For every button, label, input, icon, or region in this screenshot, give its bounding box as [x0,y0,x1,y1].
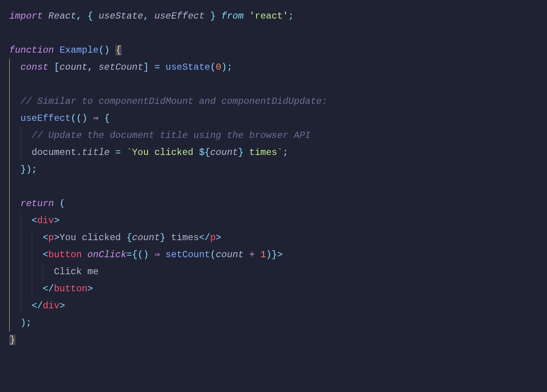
jsx-tag-div: div [37,215,54,226]
code-line: const [count, setCount] = useState(0); [9,62,232,72]
ident-document: document [32,147,76,158]
keyword-function: function [9,45,54,55]
ident-title: title [82,147,110,158]
keyword-return: return [21,198,54,209]
template-string: You clicked [132,147,199,158]
brace-highlight-open: { [115,45,122,55]
jsx-text: Click me [54,266,98,277]
keyword-from: from [221,11,244,21]
code-line: import React, { useState, useEffect } fr… [9,11,294,21]
code-editor[interactable]: import React, { useState, useEffect } fr… [0,0,547,356]
ident-useeffect: useEffect [155,11,205,21]
code-line: // Similar to componentDidMount and comp… [9,96,327,107]
keyword-const: const [21,62,48,72]
ident-react: React [48,11,76,21]
code-line: <button onClick={() ⇒ setCount(count + 1… [9,249,283,260]
jsx-tag-button: button [48,249,82,260]
comment: // Update the document title using the b… [32,130,311,141]
code-line: useEffect(() ⇒ { [9,113,110,124]
function-name: Example [60,45,99,55]
call-setcount: setCount [165,249,210,260]
keyword-import: import [9,11,43,21]
comment: // Similar to componentDidMount and comp… [21,96,327,107]
arrow-op: ⇒ [93,113,98,124]
ident-count: count [216,249,244,260]
code-line: <p>You clicked {count} times</p> [9,232,221,243]
ident-usestate: useState [98,11,143,21]
code-line: ); [9,318,32,328]
brace-highlight-close: } [9,335,15,345]
string-react: 'react' [249,11,288,21]
jsx-attr-onclick: onClick [88,249,127,260]
ident-count: count [60,62,88,72]
code-line: Click me [9,266,98,277]
code-line: function Example() { [9,45,122,55]
code-line: <div> [9,215,60,226]
code-line: // Update the document title using the b… [9,130,311,141]
code-line: } [9,335,15,345]
number-one: 1 [260,249,266,260]
ident-count: count [132,232,160,243]
code-line: </button> [9,284,93,294]
code-line: return ( [9,198,65,209]
call-usestate: useState [165,62,210,72]
code-line: </div> [9,301,65,311]
ident-setcount: setCount [98,62,143,72]
call-useeffect: useEffect [21,113,71,124]
ident-count: count [210,147,238,158]
code-line: }); [9,164,37,175]
number-zero: 0 [216,62,221,72]
jsx-tag-p: p [48,232,54,243]
code-line: document.title = `You clicked ${count} t… [9,147,288,158]
